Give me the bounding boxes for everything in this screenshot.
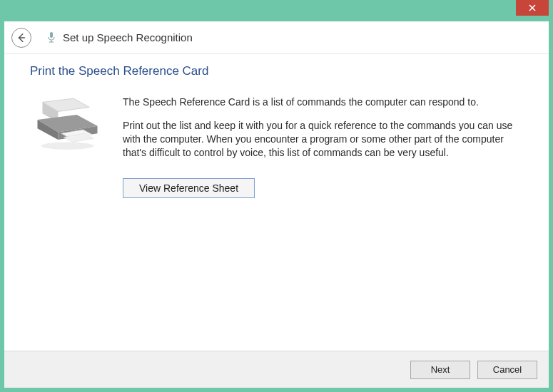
printer-icon bbox=[30, 96, 105, 153]
footer-bar: Next Cancel bbox=[4, 351, 549, 388]
close-button[interactable] bbox=[516, 0, 549, 16]
close-icon bbox=[529, 4, 536, 11]
arrow-left-icon bbox=[16, 33, 26, 43]
body-row: The Speech Reference Card is a list of c… bbox=[30, 96, 523, 198]
microphone-icon bbox=[47, 31, 56, 44]
printer-illustration bbox=[30, 96, 116, 155]
window-title: Set up Speech Recognition bbox=[63, 31, 193, 43]
wizard-window: Set up Speech Recognition Print the Spee… bbox=[4, 21, 549, 388]
header-bar: Set up Speech Recognition bbox=[4, 21, 549, 54]
view-reference-button[interactable]: View Reference Sheet bbox=[123, 178, 255, 198]
cancel-button[interactable]: Cancel bbox=[477, 361, 537, 379]
intro-text: The Speech Reference Card is a list of c… bbox=[123, 96, 523, 109]
content-area: Print the Speech Reference Card bbox=[4, 54, 549, 351]
page-heading: Print the Speech Reference Card bbox=[30, 64, 523, 78]
text-column: The Speech Reference Card is a list of c… bbox=[116, 96, 523, 198]
next-button[interactable]: Next bbox=[410, 361, 470, 379]
window-frame: Set up Speech Recognition Print the Spee… bbox=[0, 0, 553, 392]
svg-rect-3 bbox=[50, 32, 53, 38]
back-button[interactable] bbox=[11, 28, 31, 48]
svg-point-13 bbox=[41, 142, 94, 150]
details-text: Print out the list and keep it with you … bbox=[123, 119, 523, 160]
